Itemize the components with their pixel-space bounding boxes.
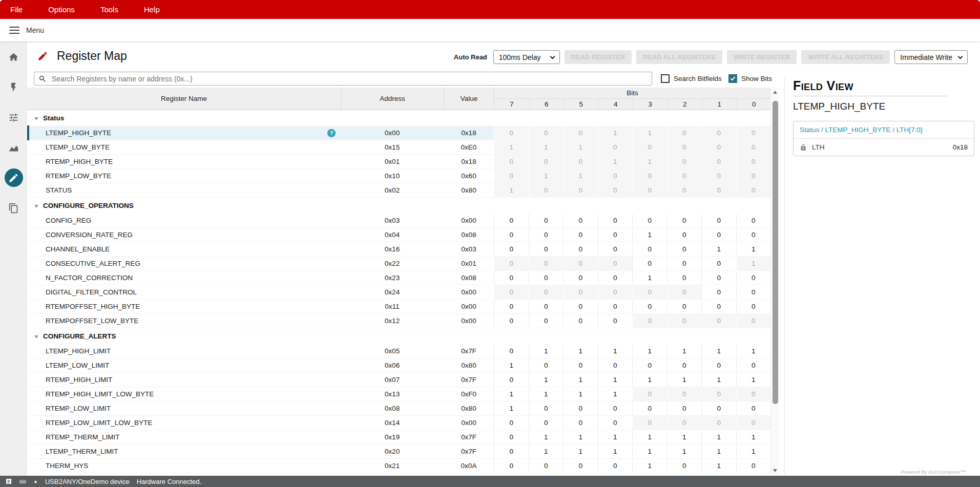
bit-1[interactable]: 1 [701, 373, 736, 387]
value-cell[interactable]: 0xF0 [444, 387, 494, 401]
bit-5[interactable]: 1 [563, 373, 598, 387]
bit-0[interactable]: 0 [736, 271, 771, 285]
bit-7[interactable]: 1 [494, 401, 529, 415]
value-cell[interactable]: 0xE0 [444, 140, 494, 154]
bit-7[interactable]: 0 [494, 214, 529, 227]
bit-4[interactable]: 0 [598, 416, 633, 430]
bit-5[interactable]: 0 [563, 300, 598, 313]
bit-4[interactable]: 0 [598, 300, 633, 313]
menu-options[interactable]: Options [48, 5, 75, 14]
bit-3[interactable]: 1 [632, 228, 667, 242]
bit-0[interactable]: 1 [736, 444, 771, 458]
menu-file[interactable]: File [10, 5, 23, 14]
bit-6[interactable]: 1 [529, 344, 564, 358]
bit-4[interactable]: 1 [598, 344, 633, 358]
link-icon[interactable] [19, 478, 27, 485]
bit-4[interactable]: 1 [598, 387, 633, 401]
bit-7[interactable]: 1 [494, 387, 529, 401]
bit-1[interactable]: 0 [701, 214, 736, 227]
bit-4[interactable]: 0 [598, 314, 633, 328]
bit-5[interactable]: 0 [563, 214, 598, 227]
bit-4[interactable]: 0 [598, 358, 633, 372]
value-cell[interactable]: 0x80 [444, 401, 494, 415]
bit-6[interactable]: 0 [529, 271, 564, 285]
hamburger-menu-icon[interactable] [9, 27, 19, 34]
register-row-RTEMP_LOW_LIMIT_LOW_BYTE[interactable]: RTEMP_LOW_LIMIT_LOW_BYTE0x140x0000000000 [27, 416, 770, 430]
search-bitfields-checkbox[interactable]: Search Bitfields [661, 74, 722, 83]
bit-5[interactable]: 1 [563, 387, 598, 401]
bit-1[interactable]: 0 [701, 285, 736, 299]
scroll-down-arrow-icon[interactable] [773, 469, 777, 472]
bit-0[interactable]: 0 [736, 214, 771, 227]
bit-2[interactable]: 0 [667, 242, 702, 256]
bit-4[interactable]: 1 [598, 373, 633, 387]
bit-3[interactable]: 1 [632, 444, 667, 458]
bit-3[interactable]: 1 [632, 373, 667, 387]
register-row-DIGITAL_FILTER_CONTROL[interactable]: DIGITAL_FILTER_CONTROL0x240x0000000000 [27, 285, 770, 300]
value-cell[interactable]: 0x7F [444, 430, 494, 444]
bit-1[interactable]: 1 [701, 242, 736, 256]
bit-6[interactable]: 0 [529, 401, 564, 415]
pencil-icon[interactable] [5, 168, 23, 187]
read-register-button[interactable]: READ REGISTER [565, 50, 632, 64]
bit-5[interactable]: 0 [563, 314, 598, 328]
flash-icon[interactable] [5, 78, 23, 96]
value-cell[interactable]: 0x01 [444, 257, 494, 270]
bit-7[interactable]: 0 [494, 228, 529, 242]
bit-3[interactable]: 0 [632, 358, 667, 372]
bit-7[interactable]: 0 [494, 344, 529, 358]
register-row-RTEMP_THERM_LIMIT[interactable]: RTEMP_THERM_LIMIT0x190x7F01111111 [27, 430, 770, 444]
bit-7[interactable]: 0 [494, 444, 529, 458]
bit-1[interactable]: 0 [701, 257, 736, 270]
value-cell[interactable]: 0x80 [444, 358, 494, 372]
register-row-RTEMP_HIGH_LIMIT[interactable]: RTEMP_HIGH_LIMIT0x070x7F01111111 [27, 373, 770, 387]
register-row-LTEMP_HIGH_LIMIT[interactable]: LTEMP_HIGH_LIMIT0x050x7F01111111 [27, 344, 770, 358]
auto-read-select[interactable]: 100ms Delay [493, 50, 560, 64]
bit-0[interactable]: 0 [736, 401, 771, 415]
value-cell[interactable]: 0x00 [444, 314, 494, 328]
bit-6[interactable]: 0 [529, 314, 564, 328]
register-row-RTEMPOFFSET_LOW_BYTE[interactable]: RTEMPOFFSET_LOW_BYTE0x120x0000000000 [27, 314, 770, 328]
value-cell[interactable]: 0x7F [444, 344, 494, 358]
bit-7[interactable]: 0 [494, 271, 529, 285]
bit-1[interactable]: 0 [701, 271, 736, 285]
caret-up-icon[interactable]: ▲ [33, 479, 38, 484]
bit-2[interactable]: 1 [667, 430, 702, 444]
bit-5[interactable]: 0 [563, 242, 598, 256]
register-row-RTEMP_HIGH_BYTE[interactable]: RTEMP_HIGH_BYTE0x010x1800011000 [27, 155, 770, 169]
group-header-Status[interactable]: Status [27, 110, 770, 126]
bit-4[interactable]: 0 [598, 214, 633, 227]
bit-1[interactable]: 1 [701, 430, 736, 444]
bit-6[interactable]: 1 [529, 430, 564, 444]
bit-6[interactable]: 0 [529, 214, 564, 227]
bit-6[interactable]: 0 [529, 300, 564, 313]
register-row-RTEMP_HIGH_LIMIT_LOW_BYTE[interactable]: RTEMP_HIGH_LIMIT_LOW_BYTE0x130xF01111000… [27, 387, 770, 401]
bit-1[interactable]: 0 [701, 358, 736, 372]
bit-6[interactable]: 0 [529, 416, 564, 430]
register-row-LTEMP_THERM_LIMIT[interactable]: LTEMP_THERM_LIMIT0x200x7F01111111 [27, 444, 770, 459]
bit-1[interactable]: 0 [701, 401, 736, 415]
bit-4[interactable]: 1 [598, 430, 633, 444]
bit-0[interactable]: 0 [736, 300, 771, 313]
group-header-CONFIGURE_ALERTS[interactable]: CONFIGURE_ALERTS [27, 328, 770, 344]
bit-7[interactable]: 0 [494, 242, 529, 256]
write-all-registers-button[interactable]: WRITE ALL REGISTERS [801, 50, 890, 64]
bit-4[interactable]: 0 [598, 459, 633, 473]
bit-2[interactable]: 0 [667, 358, 702, 372]
bit-5[interactable]: 1 [563, 344, 598, 358]
tune-icon[interactable] [5, 108, 23, 126]
value-cell[interactable]: 0x08 [444, 271, 494, 285]
bit-2[interactable]: 0 [667, 300, 702, 313]
bit-2[interactable]: 0 [667, 271, 702, 285]
bit-5[interactable]: 0 [563, 358, 598, 372]
bit-2[interactable]: 0 [667, 459, 702, 473]
bit-4[interactable]: 0 [598, 242, 633, 256]
bit-6[interactable]: 1 [529, 387, 564, 401]
bit-1[interactable]: 0 [701, 228, 736, 242]
bit-3[interactable]: 1 [632, 459, 667, 473]
field-breadcrumb[interactable]: Status / LTEMP_HIGH_BYTE / LTH[7:0] [794, 121, 974, 139]
bit-0[interactable]: 1 [736, 430, 771, 444]
bit-3[interactable]: 0 [632, 300, 667, 313]
value-cell[interactable]: 0x18 [444, 126, 494, 140]
bit-4[interactable]: 1 [598, 444, 633, 458]
